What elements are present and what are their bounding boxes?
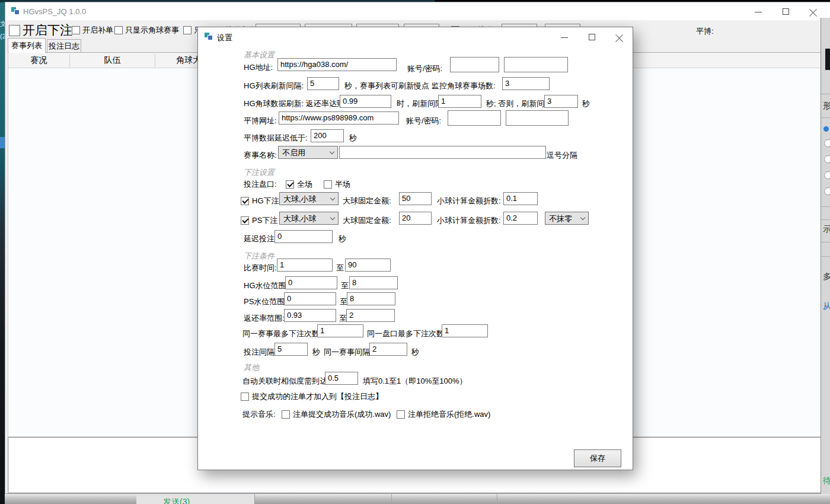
close-icon [809, 8, 817, 15]
max-bets-per-handicap-input[interactable]: 1 [442, 324, 488, 337]
hg-address-label: HG地址: [244, 62, 273, 73]
rounding-select[interactable]: 不抹零 [545, 212, 589, 225]
section-other: 其他 [244, 362, 259, 373]
chevron-down-icon [330, 215, 335, 220]
hg-list-interval-input[interactable]: 5 [307, 77, 339, 90]
bet-interval-input[interactable]: 5 [274, 343, 308, 356]
fragment-glyph: 示 [823, 224, 830, 235]
pinnacle-password-input[interactable] [506, 110, 569, 126]
hg-bet-checkbox[interactable]: HG下注 [241, 196, 279, 206]
max-bets-per-event-input[interactable]: 1 [317, 324, 363, 337]
pinnacle-url-input[interactable]: https://www.ps898989.com [279, 111, 399, 125]
same-event-interval-input[interactable]: 2 [369, 343, 407, 356]
hg-corner-refresh-label: HG角球数据刷新: 返还率达到 [244, 98, 344, 109]
tab-bet-log[interactable]: 投注日志 [47, 39, 81, 53]
return-rate-range-label: 返还率范围: [244, 313, 285, 324]
return-rate-to-input[interactable]: 2 [346, 309, 395, 322]
checkbox-icon [241, 393, 249, 401]
match-time-to-word: 至 [336, 263, 344, 273]
match-time-from-input[interactable]: 1 [277, 259, 333, 272]
window-title: HGvsPS_JQ 1.0.0 [23, 7, 86, 16]
maximize-icon [589, 34, 595, 40]
save-button[interactable]: 保存 [574, 449, 621, 467]
radio-icon [823, 126, 829, 132]
hg-corner-mid1-label: 时，刷新间隔 [397, 98, 443, 109]
delay-bet-input[interactable]: 0 [274, 230, 333, 243]
minimize-icon [561, 37, 568, 38]
ps-water-to-input[interactable]: 8 [347, 292, 395, 305]
hg-address-input[interactable]: https://hga038.com/ [277, 58, 397, 71]
submit-only-checkbox[interactable]: 提交成功的注单才加入到【投注日志】 [241, 391, 383, 402]
reject-music-checkbox[interactable]: 注单拒绝音乐(拒绝.wav) [397, 409, 490, 420]
hg-water-range-label: HG水位范围: [244, 280, 288, 291]
checkbox-icon [9, 25, 20, 36]
max-bets-per-handicap-label: 同一盘口最多下注次数 [367, 328, 444, 339]
enable-supplement-checkbox[interactable]: 开启补单 [72, 25, 113, 36]
pinnacle-account-input[interactable] [448, 110, 501, 126]
dialog-close-button[interactable] [609, 30, 629, 44]
chevron-down-icon [580, 215, 585, 220]
fragment-glyph: 形 [823, 101, 830, 111]
hg-fixed-amount-input[interactable]: 50 [399, 192, 432, 205]
pinnacle-delay-label: 平博数据延迟低于: [244, 133, 308, 143]
match-time-to-input[interactable]: 90 [345, 259, 391, 272]
hg-water-to-input[interactable]: 8 [349, 276, 398, 289]
app-icon [11, 7, 20, 15]
monitor-count-input[interactable]: 3 [502, 77, 550, 90]
hg-water-from-input[interactable]: 0 [285, 276, 337, 289]
only-corner-checkbox[interactable]: 只显示角球赛事 [114, 25, 179, 36]
fragment-green-label: 发送(3) [163, 497, 190, 504]
fast-refresh-interval-input[interactable]: 1 [438, 95, 481, 108]
hg-bet-mode-select[interactable]: 大球,小球 [279, 192, 339, 205]
column-header-status[interactable]: 赛况 [8, 55, 69, 66]
return-rate-threshold-input[interactable]: 0.99 [340, 95, 391, 108]
max-bets-per-event-label: 同一赛事最多下注次数 [242, 328, 320, 339]
close-icon [615, 33, 623, 41]
hg-password-input[interactable] [504, 57, 568, 72]
ps-fixed-amount-input[interactable]: 20 [399, 212, 432, 225]
same-event-interval-label: 同一赛事间隔 [324, 347, 370, 358]
full-match-checkbox[interactable]: 全场 [286, 179, 312, 190]
hg-account-input[interactable] [450, 57, 499, 72]
pinnacle-account-label: 账号/密码: [406, 116, 441, 126]
hg-corner-suffix-label: 秒 [582, 98, 590, 109]
pinnacle-delay-input[interactable]: 200 [311, 129, 344, 142]
column-header-teams[interactable]: 队伍 [70, 55, 155, 66]
checkbox-icon [114, 26, 123, 34]
chevron-down-icon [330, 149, 334, 154]
checkbox-icon [72, 26, 80, 34]
close-button[interactable] [804, 5, 822, 18]
comma-separated-label: 逗号分隔 [547, 150, 577, 161]
handicap-label: 投注盘口: [244, 179, 277, 190]
return-rate-from-input[interactable]: 0.93 [284, 309, 336, 322]
ps-water-from-input[interactable]: 0 [284, 292, 336, 305]
hg-list-interval-label: HG列表刷新间隔: [244, 81, 304, 91]
ps-ratio-label: 小球计算金额折数: [437, 215, 501, 226]
success-music-checkbox[interactable]: 注单提交成功音乐(成功.wav) [282, 409, 391, 420]
pinnacle-status-label: 平博: [696, 26, 714, 37]
dialog-maximize-button[interactable] [582, 30, 602, 44]
event-name-select[interactable]: 不启用 [278, 146, 338, 159]
ps-bet-checkbox[interactable]: PS下注 [241, 215, 277, 226]
hg-ratio-input[interactable]: 0.1 [503, 192, 538, 205]
ps-water-range-label: PS水位范围: [244, 296, 287, 307]
dialog-titlebar[interactable]: 设置 [198, 27, 633, 46]
ps-ratio-input[interactable]: 0.2 [503, 212, 538, 225]
section-bet-settings: 下注设置 [244, 167, 274, 178]
event-name-input[interactable] [339, 146, 546, 159]
ps-bet-mode-select[interactable]: 大球,小球 [279, 212, 339, 225]
bet-interval-label: 投注间隔 [244, 347, 274, 358]
half-match-checkbox[interactable]: 半场 [324, 179, 350, 190]
minimize-button[interactable] [749, 5, 767, 18]
same-event-interval-suffix: 秒 [411, 347, 419, 358]
fragment-glyph: 待 [823, 476, 830, 486]
maximize-button[interactable] [777, 5, 795, 18]
tab-event-list[interactable]: 赛事列表 [8, 38, 46, 53]
slow-refresh-interval-input[interactable]: 3 [544, 95, 578, 108]
similarity-input[interactable]: 0.5 [325, 372, 358, 385]
pinnacle-delay-suffix: 秒 [349, 133, 357, 143]
enable-betting-checkbox[interactable]: 开启下注 [9, 22, 72, 39]
match-time-label: 比赛时间: [244, 263, 277, 273]
main-titlebar[interactable]: HGvsPS_JQ 1.0.0 [5, 2, 830, 20]
dialog-minimize-button[interactable] [554, 30, 574, 44]
